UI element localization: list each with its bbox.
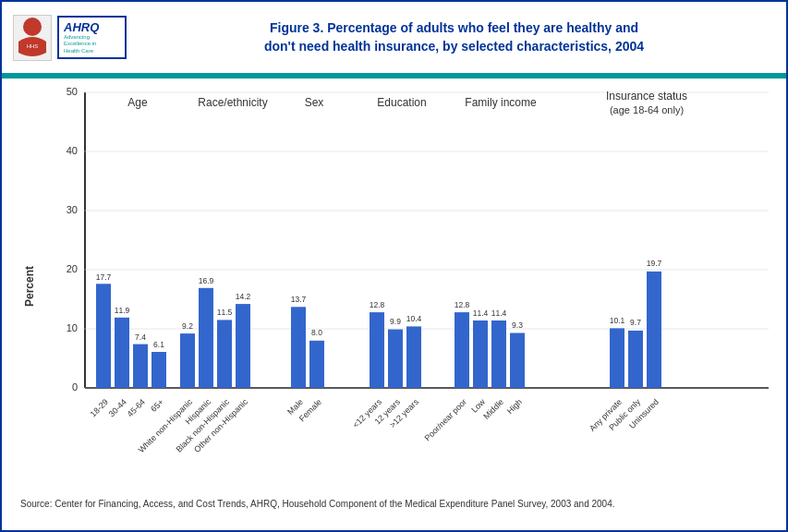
svg-text:30: 30 xyxy=(67,204,78,215)
ahrq-subtitle: AdvancingExcellence inHealth Care xyxy=(64,34,120,54)
svg-text:Race/ethnicity: Race/ethnicity xyxy=(198,96,267,109)
svg-text:0: 0 xyxy=(72,381,78,393)
svg-text:Age: Age xyxy=(127,96,148,109)
svg-text:High: High xyxy=(505,397,524,416)
svg-rect-46 xyxy=(309,341,324,388)
svg-text:Middle: Middle xyxy=(481,397,505,421)
svg-text:8.0: 8.0 xyxy=(311,328,322,337)
svg-text:11.5: 11.5 xyxy=(217,308,233,317)
svg-text:6.1: 6.1 xyxy=(153,340,164,349)
header: HHS AHRQ AdvancingExcellence inHealth Ca… xyxy=(2,2,786,76)
svg-rect-80 xyxy=(647,272,661,388)
svg-text:9.3: 9.3 xyxy=(512,320,523,330)
svg-text:65+: 65+ xyxy=(149,397,165,414)
svg-text:9.9: 9.9 xyxy=(390,317,401,326)
svg-text:11.9: 11.9 xyxy=(115,306,130,315)
svg-text:9.7: 9.7 xyxy=(630,318,641,327)
svg-text:12.8: 12.8 xyxy=(370,300,385,309)
svg-text:45-64: 45-64 xyxy=(126,397,147,418)
svg-rect-50 xyxy=(370,312,384,388)
svg-text:20: 20 xyxy=(67,263,78,274)
svg-text:Sex: Sex xyxy=(305,96,324,109)
svg-rect-63 xyxy=(473,320,488,388)
svg-text:Poor/near poor: Poor/near poor xyxy=(423,397,469,443)
svg-text:Insurance status: Insurance status xyxy=(606,90,687,103)
chart-svg: 0 10 20 30 40 50 Age 17.7 18-29 xyxy=(48,83,776,480)
y-axis-label: Percent xyxy=(23,266,36,307)
svg-text:14.2: 14.2 xyxy=(236,292,251,301)
svg-rect-66 xyxy=(491,320,506,388)
svg-text:(age 18-64 only): (age 18-64 only) xyxy=(610,104,684,115)
svg-rect-20 xyxy=(115,318,129,388)
svg-text:18-29: 18-29 xyxy=(89,397,110,418)
svg-rect-56 xyxy=(406,326,421,388)
svg-text:10.4: 10.4 xyxy=(406,314,422,323)
svg-rect-77 xyxy=(628,331,643,388)
svg-text:12.8: 12.8 xyxy=(455,300,470,309)
svg-text:10.1: 10.1 xyxy=(610,316,625,325)
svg-rect-60 xyxy=(455,312,469,388)
page-container: HHS AHRQ AdvancingExcellence inHealth Ca… xyxy=(0,0,788,532)
svg-rect-17 xyxy=(96,284,111,388)
chart-title: Figure 3. Percentage of adults who feel … xyxy=(133,19,775,55)
svg-text:30-44: 30-44 xyxy=(107,397,128,418)
svg-rect-53 xyxy=(388,330,403,388)
ahrq-title: AHRQ xyxy=(64,20,120,34)
hhs-logo: HHS xyxy=(13,15,52,61)
svg-rect-36 xyxy=(217,320,232,388)
source-text: Source: Center for Financing, Access, an… xyxy=(2,494,786,514)
logo-area: HHS AHRQ AdvancingExcellence inHealth Ca… xyxy=(13,15,133,61)
svg-text:40: 40 xyxy=(67,145,78,156)
ahrq-logo: AHRQ AdvancingExcellence inHealth Care xyxy=(57,16,127,59)
svg-rect-74 xyxy=(610,328,624,388)
svg-text:7.4: 7.4 xyxy=(135,332,146,342)
svg-text:16.9: 16.9 xyxy=(199,276,214,285)
svg-rect-43 xyxy=(291,307,306,388)
chart-area: Percent 0 10 20 30 40 50 xyxy=(2,79,786,494)
svg-rect-33 xyxy=(199,288,213,388)
svg-text:9.2: 9.2 xyxy=(182,321,193,331)
svg-rect-39 xyxy=(236,304,250,388)
svg-text:19.7: 19.7 xyxy=(647,259,662,268)
svg-rect-30 xyxy=(180,333,195,388)
svg-rect-26 xyxy=(152,352,166,388)
svg-text:Family income: Family income xyxy=(465,96,537,109)
svg-text:HHS: HHS xyxy=(27,43,39,49)
svg-text:11.4: 11.4 xyxy=(473,308,489,318)
svg-text:50: 50 xyxy=(67,86,78,97)
svg-text:17.7: 17.7 xyxy=(96,272,112,282)
svg-text:13.7: 13.7 xyxy=(291,295,307,304)
svg-rect-23 xyxy=(133,345,148,388)
svg-text:Education: Education xyxy=(377,96,426,109)
svg-text:10: 10 xyxy=(67,322,78,333)
svg-point-0 xyxy=(23,18,42,36)
svg-rect-69 xyxy=(510,333,525,389)
svg-text:11.4: 11.4 xyxy=(491,308,507,318)
